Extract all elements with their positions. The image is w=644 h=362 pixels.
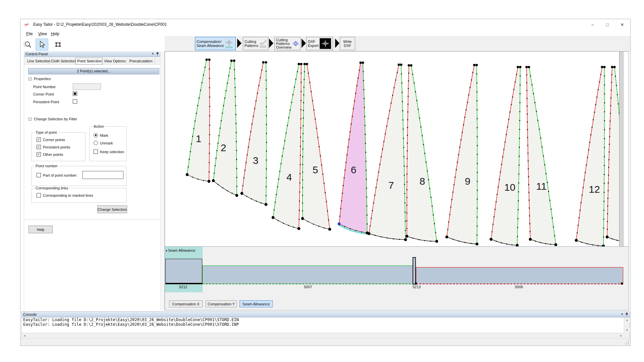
segment-handle[interactable]	[621, 283, 623, 285]
minimize-button[interactable]: –	[585, 19, 600, 31]
persistent-point-checkbox[interactable]	[73, 99, 77, 104]
panel-splitter[interactable]	[160, 51, 165, 310]
part-of-point-number-input[interactable]	[83, 171, 123, 179]
tab-seam-allowance[interactable]: Seam Allowance	[239, 300, 273, 307]
collapse-filter-icon[interactable]: −	[29, 118, 32, 121]
maximize-button[interactable]: □	[600, 19, 615, 31]
seam-segment-5007[interactable]	[202, 265, 414, 284]
workflow-step-label: Patterns	[245, 44, 258, 48]
pattern-canvas[interactable]: 123456789101112	[165, 52, 624, 246]
tab-point-selection[interactable]: Point Selection	[76, 58, 102, 64]
console-line: EasyTailor: Loading file D:\2_Projekte\E…	[22, 322, 630, 327]
pattern-panel-8[interactable]: 8	[406, 64, 438, 243]
corner-point[interactable]	[186, 173, 189, 176]
pattern-panel-2[interactable]: 2	[212, 59, 238, 197]
tab-line-selection[interactable]: Line Selection	[26, 58, 49, 64]
scroll-down-icon[interactable]: ▾	[624, 327, 630, 333]
selected-point[interactable]	[338, 223, 341, 226]
change-selection-button[interactable]: Change Selection	[97, 205, 127, 213]
pattern-panel-3[interactable]: 3	[240, 61, 268, 206]
panel-dropdown-icon[interactable]: ▾	[621, 312, 623, 316]
patterns-overview-icon	[292, 39, 299, 48]
resize-grip[interactable]	[625, 340, 630, 345]
workflow-cutting-patterns-overview-button[interactable]: Cutting Patterns Overview	[274, 37, 301, 50]
help-button[interactable]: Help	[29, 226, 53, 233]
corner-point[interactable]	[368, 232, 371, 235]
console-horizontal-scrollbar[interactable]: ◂ ▸	[22, 333, 624, 338]
plotter-icon	[259, 39, 267, 48]
pattern-panel-10[interactable]: 10	[490, 66, 522, 246]
corner-point-checkbox[interactable]	[73, 92, 77, 96]
tab-cloth-selection[interactable]: Cloth Selection	[50, 58, 75, 64]
pattern-panel-4[interactable]: 4	[272, 63, 303, 230]
close-button[interactable]: ×	[615, 19, 630, 31]
pin-icon[interactable]	[625, 312, 628, 316]
scroll-left-icon[interactable]: ◂	[22, 333, 28, 339]
pattern-panel-9[interactable]: 9	[445, 64, 479, 245]
tab-compensation-x[interactable]: Compensation X	[169, 300, 203, 307]
scroll-right-icon[interactable]: ▸	[618, 333, 624, 339]
corner-point[interactable]	[240, 192, 244, 195]
corner-points-checkbox[interactable]	[37, 137, 41, 142]
corner-point[interactable]	[406, 235, 409, 238]
pattern-panel-1[interactable]: 1	[186, 58, 211, 183]
zoom-tool-button[interactable]	[21, 39, 34, 51]
corner-point[interactable]	[529, 238, 532, 241]
menu-help[interactable]: Help	[51, 32, 59, 36]
corner-point[interactable]	[445, 236, 448, 239]
corner-point[interactable]	[490, 238, 493, 241]
workflow-write-dxf-button[interactable]: Write DXF	[340, 37, 355, 50]
pattern-panel-6[interactable]: 6	[338, 61, 369, 234]
workflow-compensation-seam-allowance-button[interactable]: Compensation/ Seam Allowance	[195, 37, 236, 50]
other-points-checkbox[interactable]	[37, 152, 41, 157]
fit-view-tool-button[interactable]	[52, 39, 64, 51]
seam-segment-5213[interactable]	[413, 257, 416, 285]
corner-point[interactable]	[606, 236, 609, 239]
console-vertical-scrollbar[interactable]: ▴ ▾	[624, 317, 630, 333]
pattern-panel-12[interactable]: 12	[575, 66, 606, 246]
corner-point[interactable]	[272, 216, 275, 219]
panel-dropdown-icon[interactable]: ▾	[152, 52, 154, 56]
segment-handle[interactable]	[415, 283, 417, 285]
point-number-field[interactable]	[73, 83, 101, 90]
title-bar: ✂ Easy Tailor - D:\2_Projekte\Easy\2020\…	[20, 19, 630, 31]
collapse-properties-icon[interactable]: −	[29, 77, 32, 80]
window-title: Easy Tailor - D:\2_Projekte\Easy\2020\03…	[33, 22, 167, 27]
persistent-points-checkbox[interactable]	[37, 145, 41, 149]
action-group: Action Mark Unmark Keep selection	[90, 126, 126, 161]
control-panel-tabs: Line Selection Cloth Selection Point Sel…	[24, 57, 160, 65]
canvas-right-scrollbar[interactable]	[619, 52, 624, 246]
pin-icon[interactable]	[156, 52, 159, 56]
unmark-radio[interactable]	[94, 141, 98, 145]
menu-view[interactable]: View	[38, 32, 47, 36]
keep-selection-checkbox[interactable]	[94, 149, 98, 154]
scroll-up-icon[interactable]: ▴	[624, 317, 630, 323]
tab-precalculation[interactable]: Precalculation	[127, 58, 155, 64]
cursor-arrow-icon	[38, 41, 46, 49]
corner-point[interactable]	[301, 217, 304, 220]
tab-compensation-y[interactable]: Compensation Y	[206, 300, 237, 307]
menu-file[interactable]: File	[26, 32, 33, 36]
workflow-strip: Compensation/ Seam Allowance Cutting Pat…	[165, 36, 630, 51]
corresponding-to-marked-lines-checkbox[interactable]	[37, 193, 41, 197]
pattern-panel-5[interactable]: 5	[301, 63, 331, 231]
workflow-step-label: Patterns	[276, 42, 291, 46]
selection-banner[interactable]: 2 Point(s) selected...	[28, 68, 159, 74]
workflow-cutting-patterns-button[interactable]: Cutting Patterns	[243, 37, 268, 50]
tab-view-options[interactable]: View Options	[103, 58, 127, 64]
seam-segment-5006[interactable]	[416, 267, 623, 284]
workflow-arrow-icon	[335, 39, 339, 48]
app-scissors-icon: ✂	[23, 21, 30, 28]
seam-segment-5212[interactable]	[165, 259, 202, 284]
mark-radio[interactable]	[94, 133, 98, 137]
part-of-point-number-checkbox[interactable]	[37, 173, 41, 177]
corner-point[interactable]	[212, 179, 215, 182]
workflow-dxf-export-button[interactable]: DXF Export	[306, 37, 333, 50]
workflow-arrow-icon	[269, 39, 273, 48]
corner-point[interactable]	[575, 239, 578, 242]
workflow-arrow-icon	[237, 39, 241, 48]
pattern-panel-7[interactable]: 7	[368, 63, 407, 241]
pattern-panel-11[interactable]: 11	[525, 66, 557, 246]
select-tool-button[interactable]	[36, 39, 48, 51]
part-of-point-number-label: Part of point number:	[43, 173, 77, 177]
